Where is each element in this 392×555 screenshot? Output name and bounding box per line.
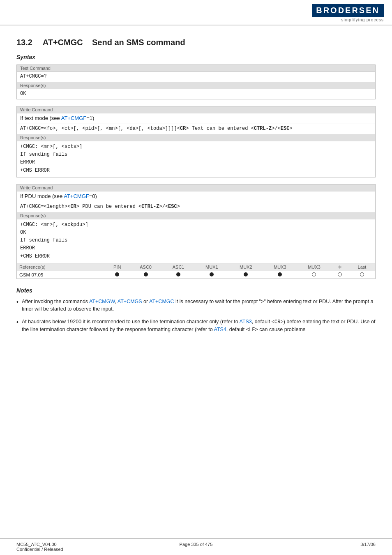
- pdu-resp-label: Response(s): [17, 212, 375, 219]
- asc0-dot: [144, 272, 148, 276]
- syntax-label: Syntax: [16, 54, 376, 60]
- write-cmd-cmd-row: AT+CMGC=<fo>, <ct>[, <pid>[, <mn>[, <da>…: [17, 124, 375, 134]
- footer-doc-id: MC55_ATC_V04.00: [16, 542, 136, 547]
- note-item-1: After invoking the commands AT+CMGW, AT+…: [16, 298, 376, 313]
- write-cmd-text-table: Write Command If text mode (see AT+CMGF=…: [17, 106, 375, 177]
- logo-name: BRODERSEN: [316, 6, 380, 15]
- logo-area: BRODERSEN simplifying process: [312, 4, 384, 22]
- notes-list: After invoking the commands AT+CMGW, AT+…: [16, 298, 376, 334]
- link-cmgf-1[interactable]: AT+CMGF: [61, 115, 87, 121]
- ref-value: GSM 07.05: [17, 271, 105, 279]
- mux3-dot: [278, 272, 282, 276]
- test-cmd-code: AT+CMGC=?: [17, 72, 375, 82]
- mux1-value: [195, 271, 229, 279]
- section-number: 13.2: [16, 38, 32, 47]
- mux1-dot: [210, 272, 214, 276]
- write-cmd-pdu-block: Write Command If PDU mode (see AT+CMGF=0…: [16, 184, 376, 279]
- note-2-text: At baudrates below 19200 it is recommend…: [22, 318, 376, 334]
- pdu-resp-label-row: Response(s): [17, 212, 375, 219]
- test-cmd-content-row: AT+CMGC=?: [17, 72, 375, 82]
- test-cmd-label-row: Test Command: [17, 65, 375, 72]
- write-cmd-text-block: Write Command If text mode (see AT+CMGF=…: [16, 106, 376, 177]
- section-subtitle: Send an SMS command: [92, 38, 185, 47]
- link-cmgf-0[interactable]: AT+CMGF: [64, 193, 89, 199]
- pin-dot: [115, 272, 119, 276]
- footer-page: Page 335 of 475: [180, 542, 213, 547]
- sym-value: [331, 271, 349, 279]
- mux2-dot: [244, 272, 248, 276]
- asc0-col-header: ASC0: [129, 263, 162, 271]
- pdu-wc-label-row: Write Command: [17, 184, 375, 191]
- footer-right: 3/17/06: [256, 542, 376, 552]
- last-col-header: Last: [349, 263, 375, 271]
- write-cmd-label-row: Write Command: [17, 106, 375, 113]
- asc1-col-header: ASC1: [162, 263, 195, 271]
- note-item-2: At baudrates below 19200 it is recommend…: [16, 318, 376, 334]
- pin-value: [105, 271, 129, 279]
- pdu-cmd-row: AT+CMGC=<length><CR> PDU can be entered …: [17, 202, 375, 212]
- write-cmd-label: Write Command: [17, 106, 375, 113]
- test-command-block: Test Command AT+CMGC=? Response(s) OK: [16, 64, 376, 99]
- test-resp-label: Response(s): [17, 82, 375, 89]
- footer-center: Page 335 of 475: [136, 542, 256, 552]
- pdu-cmd: AT+CMGC=<length><CR> PDU can be entered …: [17, 202, 375, 212]
- main-content: 13.2 AT+CMGC Send an SMS command Syntax …: [0, 25, 392, 347]
- ref-table-data-row: GSM 07.05: [17, 271, 375, 279]
- write-cmd-heading: If text mode (see AT+CMGF=1): [17, 113, 375, 124]
- note-1-text: After invoking the commands AT+CMGW, AT+…: [22, 298, 376, 313]
- write-cmd-pdu-table: Write Command If PDU mode (see AT+CMGF=0…: [17, 184, 375, 263]
- write-cmd-resp-label: Response(s): [17, 134, 375, 141]
- link-ats3[interactable]: ATS3: [239, 319, 251, 325]
- notes-label: Notes: [16, 287, 376, 294]
- pdu-heading: If PDU mode (see AT+CMGF=0): [17, 191, 375, 202]
- write-cmd-heading-row: If text mode (see AT+CMGF=1): [17, 113, 375, 124]
- section-title: AT+CMGC: [43, 38, 83, 47]
- test-cmd-label: Test Command: [17, 65, 375, 72]
- page-header: BRODERSEN simplifying process: [0, 0, 392, 25]
- pdu-wc-label: Write Command: [17, 184, 375, 191]
- ref-col-header: Reference(s): [17, 263, 105, 271]
- footer-date: 3/17/06: [360, 542, 376, 547]
- last-circle: [360, 272, 364, 276]
- test-resp-label-row: Response(s): [17, 82, 375, 89]
- mux1-col-header: MUX1: [195, 263, 229, 271]
- footer-status: Confidential / Released: [16, 547, 136, 552]
- ref-table-header-row: Reference(s) PIN ASC0 ASC1 MUX1 MUX2 MUX…: [17, 263, 375, 271]
- write-cmd-resp: +CMGC: <mr>[, <scts>] If sending fails E…: [17, 141, 375, 177]
- footer-left: MC55_ATC_V04.00 Confidential / Released: [16, 542, 136, 552]
- test-command-table: Test Command AT+CMGC=? Response(s) OK: [17, 65, 375, 99]
- test-resp-content-row: OK: [17, 89, 375, 99]
- link-cmgw[interactable]: AT+CMGW: [89, 299, 115, 304]
- page-footer: MC55_ATC_V04.00 Confidential / Released …: [0, 538, 392, 555]
- logo-box: BRODERSEN: [312, 4, 384, 17]
- mux3-col-header: MUX3: [263, 263, 297, 271]
- last-value: [349, 271, 375, 279]
- charge-value: [297, 271, 331, 279]
- asc1-dot: [176, 272, 180, 276]
- link-cmgc[interactable]: AT+CMGC: [149, 299, 174, 304]
- pin-col-header: PIN: [105, 263, 129, 271]
- mux2-value: [229, 271, 263, 279]
- sym-col-header: ⚛: [331, 263, 349, 271]
- link-ats4[interactable]: ATS4: [214, 327, 226, 332]
- pdu-resp-row: +CMGC: <mr>[, <ackpdu>] OK If sending fa…: [17, 219, 375, 263]
- reference-table: Reference(s) PIN ASC0 ASC1 MUX1 MUX2 MUX…: [17, 263, 375, 279]
- write-cmd-cmd: AT+CMGC=<fo>, <ct>[, <pid>[, <mn>[, <da>…: [17, 124, 375, 134]
- mux2-col-header: MUX2: [229, 263, 263, 271]
- logo-tagline: simplifying process: [341, 18, 384, 22]
- charge-col-header: MUX3: [297, 263, 331, 271]
- asc0-value: [129, 271, 162, 279]
- test-resp-code: OK: [17, 89, 375, 99]
- pdu-resp: +CMGC: <mr>[, <ackpdu>] OK If sending fa…: [17, 219, 375, 263]
- sym-circle: [338, 272, 342, 276]
- write-cmd-resp-label-row: Response(s): [17, 134, 375, 141]
- asc1-value: [162, 271, 195, 279]
- mux3-value: [263, 271, 297, 279]
- pdu-heading-row: If PDU mode (see AT+CMGF=0): [17, 191, 375, 202]
- charge-circle: [312, 272, 316, 276]
- link-cmgs[interactable]: AT+CMGS: [118, 299, 142, 304]
- section-heading: 13.2 AT+CMGC Send an SMS command: [16, 38, 376, 47]
- write-cmd-resp-row: +CMGC: <mr>[, <scts>] If sending fails E…: [17, 141, 375, 177]
